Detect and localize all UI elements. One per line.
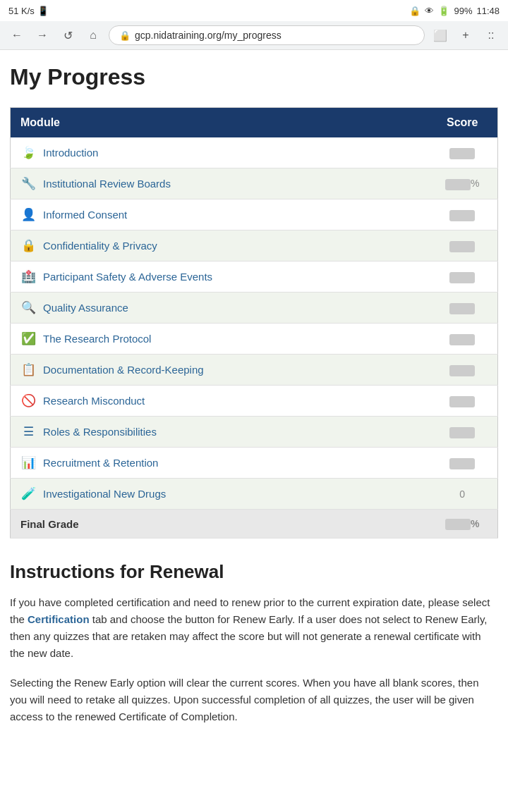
table-row[interactable]: ✅ The Research Protocol	[11, 324, 498, 355]
address-bar[interactable]: 🔒 gcp.nidatraining.org/my_progress	[109, 25, 425, 45]
module-cell: 🧪 Investigational New Drugs	[11, 479, 428, 510]
address-lock-icon: 🔒	[119, 30, 131, 41]
module-link[interactable]: Investigational New Drugs	[43, 488, 166, 500]
module-link[interactable]: Introduction	[43, 147, 98, 159]
module-cell: 🔧 Institutional Review Boards	[11, 168, 428, 199]
table-row[interactable]: 🔧 Institutional Review Boards %	[11, 168, 498, 199]
new-tab-button[interactable]: +	[456, 25, 476, 45]
score-value: 0	[459, 488, 465, 500]
address-path: /my_progress	[222, 30, 282, 41]
module-link[interactable]: Quality Assurance	[43, 302, 128, 314]
module-cell: 🚫 Research Misconduct	[11, 386, 428, 417]
status-left: 51 K/s 📱	[8, 6, 49, 16]
table-row[interactable]: 📊 Recruitment & Retention	[11, 448, 498, 479]
page-content: My Progress Module Score 🍃 Introduction …	[0, 50, 508, 752]
score-value	[449, 427, 475, 438]
forward-button[interactable]: →	[32, 25, 52, 45]
score-value	[449, 334, 475, 345]
score-cell	[428, 386, 498, 417]
eye-icon: 👁	[425, 6, 434, 16]
instructions-paragraph-2: Selecting the Renew Early option will cl…	[10, 675, 498, 725]
score-value	[449, 241, 475, 252]
back-button[interactable]: ←	[7, 25, 27, 45]
module-column-header: Module	[11, 108, 428, 138]
progress-table: Module Score 🍃 Introduction 🔧 Institutio…	[10, 107, 498, 539]
refresh-button[interactable]: ↺	[58, 25, 78, 45]
table-row[interactable]: ☰ Roles & Responsibilities	[11, 417, 498, 448]
table-row[interactable]: 🍃 Introduction	[11, 137, 498, 168]
module-link[interactable]: Research Misconduct	[43, 395, 145, 407]
score-cell	[428, 355, 498, 386]
module-cell: ✅ The Research Protocol	[11, 324, 428, 355]
score-value	[449, 458, 475, 469]
score-value	[449, 272, 475, 283]
medical-icon: 🏥	[20, 269, 36, 284]
menu-button[interactable]: ::	[481, 25, 501, 45]
home-button[interactable]: ⌂	[83, 25, 103, 45]
module-cell: 🔍 Quality Assurance	[11, 293, 428, 324]
score-cell	[428, 199, 498, 230]
lock-status-icon: 🔒	[409, 6, 421, 16]
table-row[interactable]: 📋 Documentation & Record-Keeping	[11, 355, 498, 386]
page-title: My Progress	[10, 64, 498, 90]
table-row[interactable]: 🔍 Quality Assurance	[11, 293, 498, 324]
score-cell	[428, 324, 498, 355]
wrench-icon: 🔧	[20, 176, 36, 191]
module-link[interactable]: Roles & Responsibilities	[43, 426, 157, 438]
sim-icon: 📱	[37, 6, 49, 16]
score-cell	[428, 137, 498, 168]
score-percent: %	[471, 178, 479, 189]
table-header-row: Module Score	[11, 108, 498, 138]
module-link[interactable]: Confidentiality & Privacy	[43, 240, 157, 252]
address-text: gcp.nidatraining.org/my_progress	[135, 30, 282, 41]
table-row[interactable]: 🏥 Participant Safety & Adverse Events	[11, 262, 498, 293]
status-bar: 51 K/s 📱 🔒 👁 🔋 99% 11:48	[0, 0, 508, 21]
module-link[interactable]: Recruitment & Retention	[43, 457, 158, 469]
final-score-percent: %	[471, 518, 479, 529]
score-cell	[428, 262, 498, 293]
score-value	[449, 148, 475, 159]
module-link[interactable]: Documentation & Record-Keeping	[43, 364, 204, 376]
score-cell	[428, 293, 498, 324]
check-icon: ✅	[20, 331, 36, 346]
table-row[interactable]: 🚫 Research Misconduct	[11, 386, 498, 417]
module-cell: 📊 Recruitment & Retention	[11, 448, 428, 479]
table-row[interactable]: 🔒 Confidentiality & Privacy	[11, 230, 498, 262]
search-icon: 🔍	[20, 300, 36, 315]
module-link[interactable]: Institutional Review Boards	[43, 178, 171, 190]
signal-strength: 51 K/s	[8, 6, 35, 16]
module-link[interactable]: Informed Consent	[43, 209, 127, 221]
table-row[interactable]: 👤 Informed Consent	[11, 199, 498, 230]
score-value	[445, 179, 471, 190]
score-value	[449, 365, 475, 376]
clipboard-icon: 📋	[20, 362, 36, 377]
battery-level: 99%	[454, 6, 472, 16]
time-display: 11:48	[476, 6, 500, 16]
final-score-blur	[445, 519, 471, 530]
certification-link[interactable]: Certification	[28, 613, 90, 625]
module-cell: 🔒 Confidentiality & Privacy	[11, 230, 428, 262]
module-cell: 🏥 Participant Safety & Adverse Events	[11, 262, 428, 293]
browser-actions: ⬜ + ::	[430, 25, 501, 45]
list-icon: ☰	[20, 424, 36, 439]
ban-icon: 🚫	[20, 393, 36, 408]
score-cell: 0	[428, 479, 498, 510]
address-base: gcp.nidatraining.org	[135, 30, 222, 41]
final-grade-label: Final Grade	[11, 510, 428, 539]
table-row[interactable]: 🧪 Investigational New Drugs 0	[11, 479, 498, 510]
battery-icon: 🔋	[438, 6, 449, 16]
score-cell: %	[428, 168, 498, 199]
score-value	[449, 303, 475, 314]
module-cell: 📋 Documentation & Record-Keeping	[11, 355, 428, 386]
score-value	[449, 210, 475, 221]
score-column-header: Score	[428, 108, 498, 138]
module-cell: ☰ Roles & Responsibilities	[11, 417, 428, 448]
leaf-icon: 🍃	[20, 145, 36, 160]
status-right: 🔒 👁 🔋 99% 11:48	[409, 6, 500, 16]
module-link[interactable]: The Research Protocol	[43, 333, 151, 345]
instructions-title: Instructions for Renewal	[10, 561, 498, 583]
tab-button[interactable]: ⬜	[430, 25, 450, 45]
flask-icon: 🧪	[20, 486, 36, 501]
module-link[interactable]: Participant Safety & Adverse Events	[43, 271, 212, 283]
final-grade-score: %	[428, 510, 498, 539]
